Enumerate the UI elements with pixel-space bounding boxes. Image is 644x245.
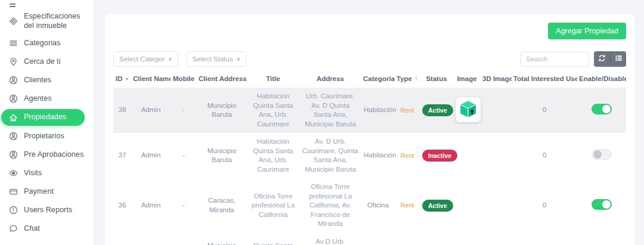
enable-toggle[interactable] bbox=[592, 149, 612, 160]
cell-title: Habitación Quinta Santa Ana, Urb. Caurim… bbox=[247, 88, 299, 133]
sidebar-item-categorias[interactable]: Categorias bbox=[1, 38, 85, 49]
pre-approvals-icon bbox=[9, 150, 18, 159]
sidebar-item-label: Payment bbox=[24, 187, 54, 197]
column-header-3d-image: 3D Image bbox=[481, 70, 512, 88]
cell-id: 34 bbox=[113, 233, 131, 245]
cell-address: Oficina Torre profesional La California,… bbox=[299, 178, 361, 233]
cell-client-address: Municipio Baruta, Urb. Caurimare bbox=[197, 233, 247, 245]
sidebar-item-label: Cerca de ti bbox=[24, 57, 61, 67]
cell-address: Av D Urb. Caurimare, Quinta Santa Ana, M… bbox=[299, 233, 361, 245]
sidebar-item-label: Chat bbox=[24, 224, 40, 234]
sidebar-item-especificaciones-del-inmueble[interactable]: Especificaciones del inmueble bbox=[1, 12, 85, 30]
sidebar-item-label: Visits bbox=[24, 169, 42, 178]
visits-icon bbox=[9, 169, 18, 178]
cell-enable-disable bbox=[577, 233, 626, 245]
cell-enable-disable bbox=[577, 88, 626, 133]
cell-type: Rent bbox=[395, 178, 420, 233]
sidebar-item-visits[interactable]: Visits bbox=[1, 168, 85, 179]
payment-icon bbox=[9, 187, 18, 196]
status-badge: Active bbox=[422, 104, 453, 116]
column-header-categoria[interactable]: Categoria▲▼ bbox=[361, 70, 395, 88]
column-header-image: Image bbox=[453, 70, 481, 88]
sidebar-item-clientes[interactable]: Clientes bbox=[1, 75, 85, 86]
sort-icon: ▲▼ bbox=[414, 76, 418, 82]
sidebar-item-cerca-de-ti[interactable]: Cerca de ti bbox=[1, 56, 85, 67]
cell-title: Quinta Santa Ana, Urb. Caurimare bbox=[247, 233, 299, 245]
enable-toggle[interactable] bbox=[592, 199, 612, 210]
view-button-group bbox=[594, 51, 626, 67]
property-image[interactable] bbox=[456, 97, 481, 122]
sidebar-item-label: Propietarios bbox=[24, 132, 64, 141]
sidebar-item-pre-aprobaciones[interactable]: Pre Aprobaciones bbox=[1, 149, 85, 160]
main-content: Agregar Propiedad Select Categor ∨ Selec… bbox=[94, 0, 644, 245]
sidebar-item-propiedades[interactable]: Propiedades bbox=[1, 109, 85, 126]
cell-mobile: - bbox=[171, 178, 197, 233]
table-row: 36 Admin - Caracas, Miranda Oficina Torr… bbox=[113, 178, 626, 233]
list-view-button[interactable] bbox=[610, 51, 626, 67]
near-you-icon bbox=[9, 57, 18, 66]
category-filter-select[interactable]: Select Categor ∨ bbox=[113, 51, 178, 67]
enable-toggle[interactable] bbox=[592, 104, 612, 114]
cell-address: Urb. Caurimare, Av. D Quinta Santa Ana, … bbox=[299, 88, 361, 133]
sort-desc-icon: ▼ bbox=[125, 77, 129, 81]
chevron-down-icon: ∨ bbox=[236, 56, 240, 62]
add-property-button[interactable]: Agregar Propiedad bbox=[548, 23, 626, 39]
chevron-down-icon: ∨ bbox=[168, 56, 172, 62]
refresh-button[interactable] bbox=[594, 51, 610, 67]
cell-categoria: Habitación bbox=[361, 133, 395, 178]
categories-icon bbox=[9, 39, 18, 48]
cell-status: Active bbox=[420, 88, 453, 133]
column-header-title: Title bbox=[247, 70, 299, 88]
cell-client-name: Admin bbox=[131, 133, 171, 178]
sidebar-item-chat[interactable]: Chat bbox=[1, 223, 85, 234]
cell-type: Rent bbox=[395, 233, 420, 245]
cell-client-address: Municipio Baruta bbox=[197, 133, 247, 178]
sidebar-item-users-reports[interactable]: Users Reports bbox=[1, 204, 85, 216]
sidebar-item-payment[interactable]: Payment bbox=[1, 186, 85, 197]
cell-status: Active bbox=[420, 178, 453, 233]
table-row: 34 Admin - Municipio Baruta, Urb. Caurim… bbox=[113, 233, 626, 245]
refresh-icon bbox=[598, 54, 606, 64]
column-header-enable-disable: Enable/Disable bbox=[577, 70, 626, 88]
agents-icon bbox=[9, 94, 18, 103]
cell-3d-image bbox=[481, 88, 512, 133]
toggle-knob bbox=[593, 150, 602, 159]
cell-3d-image bbox=[481, 178, 512, 233]
cell-id: 38 bbox=[113, 88, 131, 133]
cell-total-interested-users: 0 bbox=[512, 233, 577, 245]
partial-sidebar-icon bbox=[9, 0, 17, 11]
sidebar: Especificaciones del inmueble Categorias… bbox=[0, 0, 94, 245]
table-header-row: ID▼Client NameMobileClient AddressTitleA… bbox=[113, 70, 626, 88]
cell-categoria: Habitación bbox=[361, 88, 395, 133]
status-filter-select[interactable]: Select Status ∨ bbox=[187, 51, 246, 67]
clients-icon bbox=[9, 76, 18, 85]
table-row: 38 Admin - Municipio Baruta Habitación Q… bbox=[113, 88, 626, 133]
properties-card: Agregar Propiedad Select Categor ∨ Selec… bbox=[105, 14, 634, 245]
search-input[interactable] bbox=[521, 52, 589, 67]
sidebar-item-label: Categorias bbox=[24, 39, 60, 48]
cell-title: Habitación Quinta Santa Ana, Urb. Caurim… bbox=[247, 133, 299, 178]
cell-client-address: Municipio Baruta bbox=[197, 88, 247, 133]
cell-address: Av. D Urb. Caurimare, Quinta Santa Ana, … bbox=[299, 133, 361, 178]
cell-total-interested-users: 0 bbox=[512, 88, 577, 133]
sidebar-item-propietarios[interactable]: Propietarios bbox=[1, 131, 85, 142]
cell-status: Inactive bbox=[420, 233, 453, 245]
cell-categoria: Oficina bbox=[361, 178, 395, 233]
column-header-address: Address bbox=[299, 70, 361, 88]
sidebar-item-agentes[interactable]: Agentes bbox=[1, 93, 85, 104]
cell-total-interested-users: 0 bbox=[512, 178, 577, 233]
column-header-total-interested-users: Total Interested Users bbox=[512, 70, 577, 88]
column-header-id[interactable]: ID▼ bbox=[113, 70, 131, 88]
cell-mobile: - bbox=[171, 133, 197, 178]
cell-type: Rent bbox=[395, 133, 420, 178]
cell-id: 37 bbox=[113, 133, 131, 178]
cell-mobile: - bbox=[171, 88, 197, 133]
cell-title: Oficina Torre profesional La California bbox=[247, 178, 299, 233]
specifications-icon bbox=[9, 17, 18, 26]
toggle-knob bbox=[602, 105, 611, 113]
sidebar-item-label: Especificaciones del inmueble bbox=[24, 12, 85, 30]
status-badge: Inactive bbox=[422, 150, 457, 162]
owners-icon bbox=[9, 132, 18, 141]
cell-image bbox=[453, 88, 481, 133]
column-header-type[interactable]: Type▲▼ bbox=[395, 70, 420, 88]
